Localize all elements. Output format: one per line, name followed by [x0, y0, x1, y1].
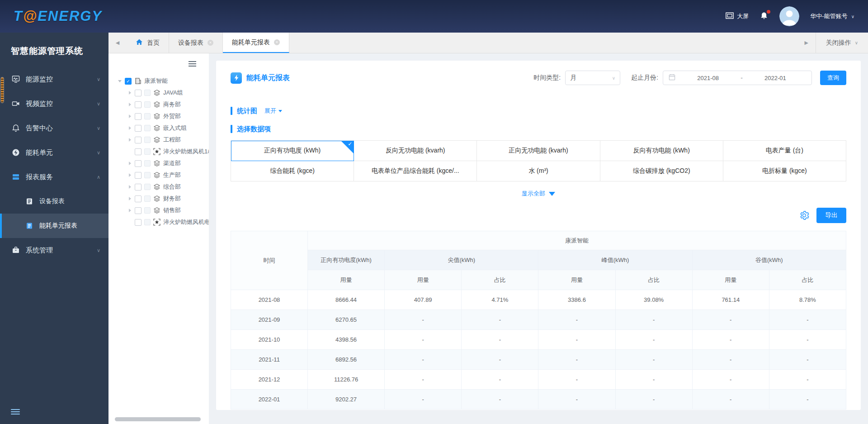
tree-checkbox[interactable] [135, 207, 142, 214]
sidebar-item-label: 能耗单元 [26, 148, 53, 157]
caret-right-icon[interactable] [127, 138, 132, 142]
sidebar-item-alarm-center[interactable]: 告警中心 ∨ [0, 116, 108, 140]
close-icon[interactable]: × [274, 39, 280, 45]
avatar[interactable] [779, 6, 799, 26]
caret-right-icon[interactable] [127, 126, 132, 130]
date-range-input[interactable]: 2021-08 - 2022-01 [663, 71, 812, 85]
tree-item[interactable]: 综合部 [108, 181, 209, 193]
data-item-water[interactable]: 水 (m³) [477, 161, 600, 181]
caret-right-icon[interactable] [127, 91, 132, 95]
cell-value: 6892.56 [308, 350, 385, 370]
data-item-forward-active-energy[interactable]: 正向有功电度 (kWh) ✓ [231, 141, 354, 161]
tree-collapse-button[interactable] [189, 60, 196, 68]
tree-item[interactable]: 销售部 [108, 205, 209, 216]
sidebar-collapse-button[interactable] [11, 408, 20, 416]
tree-checkbox[interactable] [135, 160, 142, 167]
tree-checkbox[interactable] [135, 137, 142, 143]
caret-down-icon[interactable] [118, 80, 122, 82]
tab-device-report[interactable]: 设备报表 × [169, 33, 223, 53]
dept-ghost-icon [144, 101, 151, 108]
sidebar-item-label: 能源监控 [26, 75, 53, 84]
cell-time: 2021-09 [231, 310, 308, 330]
tabs-scroll-right-button[interactable]: ▶ [797, 33, 816, 53]
sidebar-drag-handle[interactable] [0, 77, 4, 103]
caret-right-icon[interactable] [127, 173, 132, 177]
tree-checkbox[interactable] [135, 219, 142, 226]
tree-checkbox[interactable] [135, 184, 142, 191]
data-item-unit-product-energy[interactable]: 电表单位产品综合能耗 (kgce/... [354, 161, 477, 181]
dept-ghost-icon [144, 184, 151, 190]
tree-checkbox[interactable] [135, 113, 142, 120]
big-screen-button[interactable]: 大屏 [726, 12, 749, 20]
tree-item[interactable]: 外贸部 [108, 110, 209, 122]
data-item-label: 电表单位产品综合能耗 (kgce/... [372, 167, 459, 175]
time-type-select[interactable]: 月 ∨ [565, 71, 620, 85]
tree-item-meter[interactable]: 淬火炉助燃风机电 [108, 216, 209, 228]
sidebar-item-energy-unit[interactable]: 能耗单元 ∨ [0, 140, 108, 165]
tree-item[interactable]: 渠道部 [108, 157, 209, 169]
tree-checkbox[interactable] [135, 125, 142, 132]
tree-checkbox-checked[interactable]: ✓ [125, 78, 132, 85]
tree-item[interactable]: 嵌入式组 [108, 122, 209, 134]
sidebar-item-video-monitor[interactable]: 视频监控 ∨ [0, 91, 108, 116]
col-group: 正向有功电度(kWh) [308, 250, 385, 270]
tree-checkbox[interactable] [135, 172, 142, 179]
cell-value: - [692, 310, 769, 330]
chart-expand-toggle[interactable]: 展开 [264, 107, 282, 115]
tab-bar: ◀ 首页 设备报表 × 能耗单元报表 × ▶ 关闭操作 ∨ [108, 33, 868, 53]
caret-right-icon[interactable] [127, 185, 132, 189]
data-item-comprehensive-energy[interactable]: 综合能耗 (kgce) [231, 161, 354, 181]
tree-item[interactable]: JAVA组 [108, 87, 209, 99]
tabs-scroll-left-button[interactable]: ◀ [108, 33, 127, 53]
close-icon[interactable]: × [208, 40, 213, 46]
sidebar-item-energy-monitor[interactable]: 能源监控 ∨ [0, 67, 108, 91]
tree-root[interactable]: ✓ 康派智能 [108, 75, 209, 87]
chevron-down-icon: ∨ [97, 150, 100, 156]
tree-checkbox[interactable] [135, 101, 142, 108]
close-operations-dropdown[interactable]: 关闭操作 ∨ [816, 33, 868, 53]
tree-label: 财务部 [163, 195, 181, 203]
export-button[interactable]: 导出 [816, 208, 846, 223]
caret-right-icon[interactable] [127, 197, 132, 200]
tree-checkbox[interactable] [135, 90, 142, 96]
tree-item[interactable]: 商务部 [108, 99, 209, 110]
data-item-label: 正向无功电能 (kvarh) [509, 147, 568, 155]
caret-right-icon[interactable] [127, 162, 132, 165]
tree-item[interactable]: 生产部 [108, 169, 209, 181]
cell-value: - [538, 390, 615, 410]
cell-value: 4.71% [462, 290, 538, 310]
tab-home[interactable]: 首页 [127, 33, 169, 53]
home-icon [136, 38, 143, 47]
sidebar-item-report-service[interactable]: 报表服务 ∧ [0, 165, 108, 189]
cell-value: - [538, 370, 615, 390]
show-all-toggle[interactable]: 显示全部 [231, 189, 846, 199]
tree-item[interactable]: 财务部 [108, 193, 209, 205]
data-item-reverse-reactive-energy[interactable]: 反向无功电能 (kvarh) [354, 141, 477, 161]
layers-icon [153, 101, 160, 108]
account-menu[interactable]: 华中-能管账号 ∨ [810, 12, 854, 20]
caret-right-icon[interactable] [127, 103, 132, 106]
caret-right-icon[interactable] [127, 209, 132, 212]
query-button[interactable]: 查询 [820, 71, 846, 85]
tab-energy-unit-report[interactable]: 能耗单元报表 × [223, 33, 289, 53]
data-item-forward-reactive-energy[interactable]: 正向无功电能 (kvarh) [477, 141, 600, 161]
data-item-meter-output[interactable]: 电表产量 (台) [723, 141, 846, 161]
sidebar-item-energy-unit-report[interactable]: 能耗单元报表 [0, 214, 108, 238]
caret-right-icon[interactable] [127, 114, 132, 118]
sidebar-item-system-manage[interactable]: 系统管理 ∨ [0, 238, 108, 262]
col-header-time: 时间 [231, 231, 308, 290]
tree-horizontal-scrollbar[interactable] [115, 417, 201, 421]
notification-bell-button[interactable] [760, 11, 769, 22]
cell-value: - [538, 350, 615, 370]
tree-checkbox[interactable] [135, 148, 142, 155]
tree-checkbox[interactable] [135, 195, 142, 202]
layers-icon [153, 195, 160, 202]
tree-item[interactable]: 工程部 [108, 134, 209, 146]
data-item-carbon-emission[interactable]: 综合碳排放 (kgCO2) [600, 161, 723, 181]
tree-item-meter[interactable]: 淬火炉助燃风机1# [108, 146, 209, 157]
sidebar-item-device-report[interactable]: 设备报表 [0, 189, 108, 214]
data-item-reverse-active-energy[interactable]: 反向有功电能 (kWh) [600, 141, 723, 161]
data-item-electricity-coal-equivalent[interactable]: 电折标量 (kgce) [723, 161, 846, 181]
col-group: 谷值(kWh) [692, 250, 846, 270]
gear-icon[interactable] [799, 210, 809, 220]
